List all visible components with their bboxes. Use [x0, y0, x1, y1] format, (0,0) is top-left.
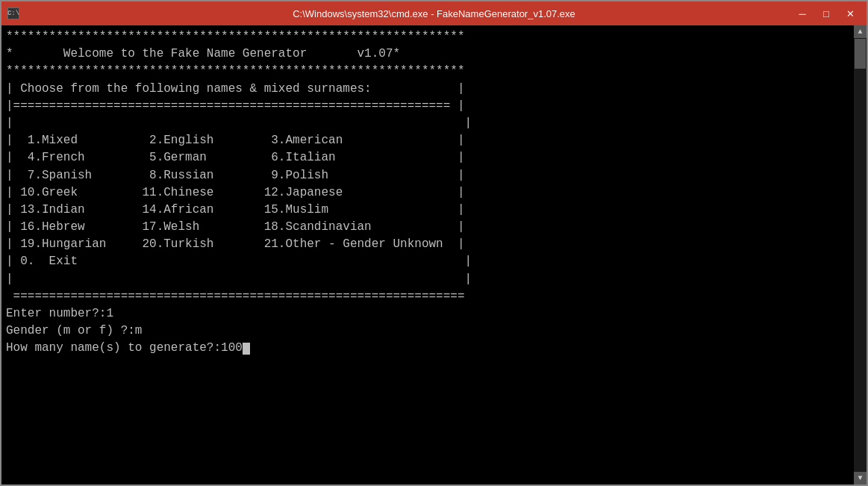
scroll-up-arrow[interactable]: ▲: [854, 25, 867, 38]
scroll-down-arrow[interactable]: ▼: [854, 472, 867, 485]
console-line: Gender (m or f) ?:m: [6, 323, 849, 340]
console-line: | 16.Hebrew 17.Welsh 18.Scandinavian |: [6, 219, 849, 236]
cmd-icon: C:\: [7, 7, 19, 19]
console-line: How many name(s) to generate?:100: [6, 340, 849, 357]
cmd-window: C:\ C:\Windows\system32\cmd.exe - FakeNa…: [0, 0, 868, 486]
console-line: | 4.French 5.German 6.Italian |: [6, 149, 849, 166]
console-line: ****************************************…: [6, 63, 849, 80]
console-line: | 1.Mixed 2.English 3.American |: [6, 132, 849, 149]
console-line: | 10.Greek 11.Chinese 12.Japanese |: [6, 184, 849, 202]
close-button[interactable]: ✕: [840, 5, 861, 22]
console-content[interactable]: ****************************************…: [1, 25, 854, 485]
console-line: | |: [6, 115, 849, 132]
console-line: | 7.Spanish 8.Russian 9.Polish |: [6, 167, 849, 184]
console-line: ****************************************…: [6, 28, 849, 46]
title-bar-left: C:\: [7, 7, 19, 19]
console-line: Enter number?:1: [6, 305, 849, 323]
text-cursor: [243, 343, 250, 355]
console-line: ========================================…: [6, 288, 849, 305]
title-bar-buttons: ─ □ ✕: [792, 5, 861, 22]
title-bar-text: C:\Windows\system32\cmd.exe - FakeNameGe…: [293, 8, 575, 19]
minimize-button[interactable]: ─: [792, 5, 813, 22]
console-line: | Choose from the following names & mixe…: [6, 81, 849, 98]
console-line: | 0. Exit |: [6, 253, 849, 270]
scroll-track: [854, 38, 867, 472]
console-line: | 19.Hungarian 20.Turkish 21.Other - Gen…: [6, 236, 849, 253]
console-line: * Welcome to the Fake Name Generator v1.…: [6, 46, 849, 63]
console-line: |=======================================…: [6, 98, 849, 115]
scroll-thumb[interactable]: [855, 39, 866, 69]
console-line: | |: [6, 271, 849, 288]
maximize-button[interactable]: □: [816, 5, 837, 22]
scrollbar[interactable]: ▲ ▼: [854, 25, 867, 485]
console-line: | 13.Indian 14.African 15.Muslim |: [6, 202, 849, 219]
title-bar: C:\ C:\Windows\system32\cmd.exe - FakeNa…: [1, 1, 867, 25]
console-area: ****************************************…: [1, 25, 867, 485]
